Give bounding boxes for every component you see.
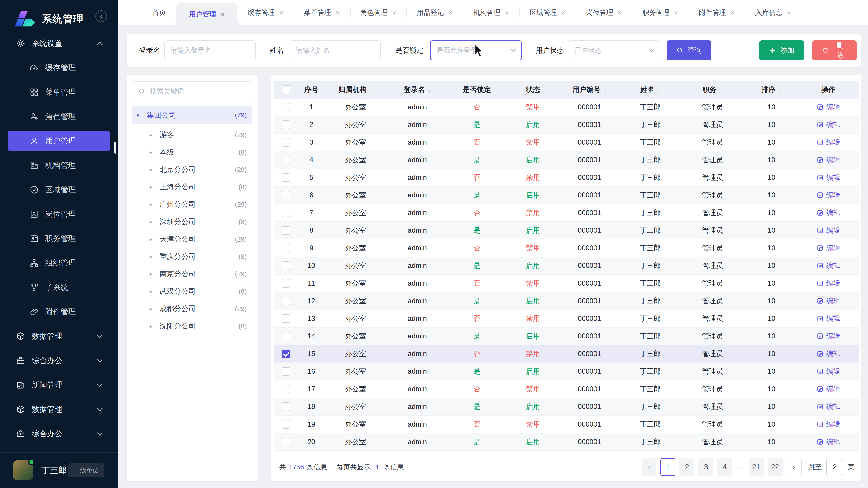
edit-button[interactable]: 编辑 [816,279,840,288]
sort-icon[interactable]: ↑↓ [777,87,781,93]
tree-caret-icon[interactable]: ▸ [150,184,160,190]
sidebar-item[interactable]: 新闻管理 [8,375,110,395]
page-button[interactable]: ‹ [642,458,656,476]
tab-close-icon[interactable]: × [392,9,396,16]
sidebar-collapse-button[interactable]: ‹ [95,10,107,22]
edit-button[interactable]: 编辑 [816,120,840,129]
edit-button[interactable]: 编辑 [816,367,840,376]
tree-caret-icon[interactable]: ▸ [150,166,160,173]
tree-caret-icon[interactable]: ▸ [150,219,160,225]
tab[interactable]: 用户管理 × [176,3,237,25]
tab-close-icon[interactable]: × [279,9,283,16]
locked-select[interactable]: 是否允许登录 [430,40,522,60]
tree-caret-icon[interactable]: ▸ [150,253,160,260]
row-checkbox[interactable] [282,208,290,217]
page-button[interactable]: 21 [749,458,764,476]
column-header[interactable]: 操作 ↑↓ [800,85,857,94]
row-checkbox[interactable] [282,173,290,182]
tab-close-icon[interactable]: × [787,9,791,16]
table-row[interactable]: 8 办公室 admin 是 启用 000001 丁三郎 管理员 10 编辑 [274,222,859,239]
tree-node[interactable]: ▸ 重庆分公司 (8) [132,248,252,265]
edit-button[interactable]: 编辑 [816,402,840,412]
sidebar-item[interactable]: 角色管理 [8,106,110,127]
add-button[interactable]: 添加 [759,40,804,60]
sidebar-item[interactable]: 综合办公 [8,350,110,371]
tree-search-input[interactable] [150,88,246,95]
page-button[interactable]: 1 [660,458,675,476]
column-header[interactable]: 排序 ↑↓ [743,85,800,94]
tab[interactable]: 缓存管理 × [237,0,294,25]
page-button[interactable]: 2 [680,458,694,476]
column-header[interactable]: 职务 ↑↓ [682,85,743,94]
tree-node[interactable]: ▸ 成都分公司 (29) [132,300,252,318]
tab[interactable]: 角色管理 × [350,0,407,25]
row-checkbox[interactable] [282,402,290,411]
tree-caret-icon[interactable]: ▸ [150,288,160,295]
edit-button[interactable]: 编辑 [816,243,840,253]
table-row[interactable]: 2 办公室 admin 是 启用 000001 丁三郎 管理员 10 编辑 [274,116,859,134]
table-row[interactable]: 20 办公室 admin 是 启用 000001 丁三郎 管理员 10 编辑 [274,433,859,451]
edit-button[interactable]: 编辑 [816,173,840,182]
tree-caret-icon[interactable]: ▸ [150,131,160,138]
row-checkbox[interactable] [282,103,290,111]
tab[interactable]: 职务管理 × [632,0,688,25]
select-all-checkbox[interactable] [282,86,290,94]
edit-button[interactable]: 编辑 [816,349,840,359]
row-checkbox[interactable] [282,121,290,129]
page-button[interactable]: … [735,458,745,476]
sidebar-item[interactable]: 子系统 [8,277,110,298]
tree-node[interactable]: ▾ 集团公司 (79) [132,106,252,124]
row-checkbox[interactable] [282,261,290,270]
tab-close-icon[interactable]: × [731,9,735,16]
sidebar-item[interactable]: 菜单管理 [8,82,110,103]
sidebar-item[interactable]: 职务管理 [8,228,110,249]
tab[interactable]: 菜单管理 × [293,0,350,25]
sidebar-item[interactable]: 系统设置 [8,33,110,54]
tree-node[interactable]: ▸ 北京分公司 (29) [132,161,252,178]
sidebar-item[interactable]: 数据管理 [8,399,110,420]
edit-button[interactable]: 编辑 [816,102,840,112]
tree-node[interactable]: ▸ 游客 (29) [132,126,252,143]
column-header[interactable]: 用户编号 ↑↓ [560,85,619,94]
column-header[interactable]: 是否锁定 ↑↓ [448,85,506,94]
tab-close-icon[interactable]: × [221,11,225,18]
row-checkbox[interactable] [282,350,290,358]
sort-icon[interactable]: ↑↓ [656,87,660,93]
table-row[interactable]: 17 办公室 admin 否 禁用 000001 丁三郎 管理员 10 编辑 [274,381,859,398]
table-row[interactable]: 6 办公室 admin 是 启用 000001 丁三郎 管理员 10 编辑 [274,187,859,204]
row-checkbox[interactable] [282,332,290,340]
table-row[interactable]: 14 办公室 admin 是 启用 000001 丁三郎 管理员 10 编辑 [274,328,859,345]
tab-close-icon[interactable]: × [448,9,453,16]
sidebar-item[interactable]: 附件管理 [8,301,110,322]
sort-icon[interactable]: ↑↓ [368,87,373,93]
tree-caret-icon[interactable]: ▸ [150,236,160,242]
edit-button[interactable]: 编辑 [816,296,840,306]
column-header[interactable]: 序号 ↑↓ [298,85,324,94]
table-row[interactable]: 15 办公室 admin 否 禁用 000001 丁三郎 管理员 10 编辑 [274,345,859,363]
tab-close-icon[interactable]: × [618,9,622,16]
sidebar-item[interactable]: 缓存管理 [8,57,110,78]
tab[interactable]: 区域管理 × [519,0,576,25]
row-checkbox[interactable] [282,297,290,305]
table-row[interactable]: 3 办公室 admin 否 禁用 000001 丁三郎 管理员 10 编辑 [274,134,859,151]
page-button[interactable]: 22 [768,458,782,476]
tree-node[interactable]: ▸ 天津分公司 (29) [132,230,252,248]
sort-icon[interactable]: ↑↓ [427,87,431,93]
page-button[interactable]: 3 [699,458,713,476]
column-header[interactable]: 归属机构 ↑↓ [324,85,386,94]
tree-node[interactable]: ▸ 武汉分公司 (8) [132,283,252,300]
tab[interactable]: 附件管理 × [688,0,745,25]
edit-button[interactable]: 编辑 [816,384,840,394]
sidebar-user-panel[interactable]: 丁三郎 一级单位 [0,452,118,488]
sidebar-item[interactable]: 岗位管理 [8,204,110,225]
page-button[interactable]: 4 [717,458,733,476]
table-row[interactable]: 5 办公室 admin 否 禁用 000001 丁三郎 管理员 10 编辑 [274,169,859,187]
edit-button[interactable]: 编辑 [816,420,840,429]
row-checkbox[interactable] [282,156,290,164]
tree-caret-icon[interactable]: ▸ [150,323,160,329]
column-header[interactable]: 姓名 ↑↓ [619,85,682,94]
sidebar-item[interactable]: 机构管理 [8,155,110,176]
sidebar-item[interactable]: 数据管理 [8,326,110,347]
row-checkbox[interactable] [282,138,290,147]
delete-button[interactable]: 删除 [812,40,857,60]
